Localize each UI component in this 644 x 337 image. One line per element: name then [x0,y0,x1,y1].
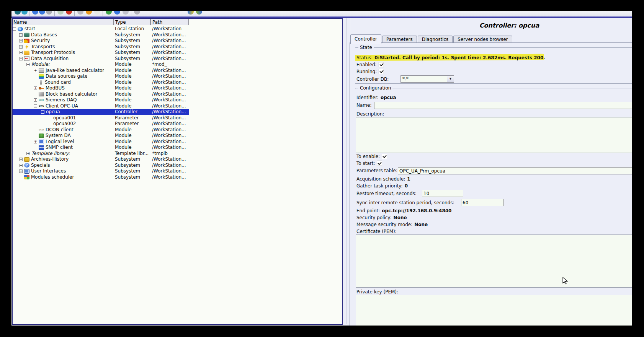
toolbar-icon[interactable] [15,11,21,15]
expand-minus-icon[interactable]: − [19,57,23,60]
toolbar-icon[interactable] [114,11,120,15]
tree-row-dcon-client[interactable]: DCONDCON clientModule/WorkStation... [13,127,189,133]
tree-row-opcua002[interactable]: opcua002Parameter/WorkStation... [13,121,189,127]
tree-row-modbus[interactable]: +ModBUSModule/WorkStation... [13,85,189,91]
tree-item-path: /WorkStation... [150,115,189,121]
expand-plus-icon[interactable]: + [19,51,23,54]
expand-plus-icon[interactable]: + [34,69,37,72]
tree-row-modules-scheduler[interactable]: Modules schedulerSubsystem/WorkStation..… [13,174,189,181]
to-enable-checkbox[interactable] [382,154,387,159]
tree-row-data-bases[interactable]: +Data BasesSubsystem/WorkStation... [13,32,189,38]
to-enable-row: To enable: [356,153,387,160]
tree-row-sound-card[interactable]: Sound cardModule/WorkStation... [13,80,189,86]
tree-item-label: Transports [31,44,55,50]
parameters-table-input[interactable] [398,167,632,174]
gate-icon [39,74,44,79]
restore-timeout-input[interactable] [422,190,463,197]
toolbar-icon[interactable] [188,11,194,15]
tree-row-transport-protocols[interactable]: +Transport ProtocolsSubsystem/WorkStatio… [13,50,189,56]
toolbar-icon[interactable] [106,11,112,15]
restore-timeout-row: Restore timeout, seconds: [356,190,418,197]
toolbar-icon[interactable] [86,11,92,15]
tree-item-path: /WorkStation... [150,97,189,103]
toolbar-icon[interactable] [46,11,52,15]
expand-plus-icon[interactable]: + [34,86,37,90]
expand-plus-icon[interactable]: + [34,98,37,102]
toolbar-icon[interactable] [94,11,100,15]
expand-plus-icon[interactable]: + [19,33,23,37]
column-header-type[interactable]: Type [113,19,150,25]
tree-item-type: Module [113,85,150,91]
tree-item-path: /WorkStation... [150,133,189,139]
tree-row-snmp-client[interactable]: SNMPSNMP clientModule/WorkStation... [13,145,189,151]
expand-plus-icon[interactable]: + [19,164,23,167]
name-input[interactable] [374,102,632,109]
tree-row-data-sources-gate[interactable]: Data sources gateModule/WorkStation... [13,73,189,80]
tree-row-opcua[interactable]: −opcuaController/WorkStation... [13,109,189,115]
toolbar-icon[interactable] [123,11,129,15]
controller-db-combobox[interactable]: *.* ▼ [400,75,454,83]
toolbar-icon[interactable] [77,11,83,15]
to-start-checkbox[interactable] [377,161,382,166]
toolbar-icon[interactable] [196,11,202,15]
sync-period-input[interactable] [461,199,504,206]
expand-plus-icon[interactable]: + [19,45,23,49]
certificate-textarea[interactable] [356,234,632,288]
tree-item-path: /WorkStation... [150,174,189,181]
tree-item-label: start [25,26,35,32]
message-security-mode-value: None [414,222,428,227]
tree-row-transports[interactable]: +TransportsSubsystem/WorkStation... [13,44,189,50]
toolbar-icon[interactable] [32,11,38,15]
expand-minus-icon[interactable]: − [34,104,37,108]
expand-plus-icon[interactable]: + [19,39,23,42]
running-checkbox[interactable] [379,69,384,74]
enabled-checkbox[interactable] [379,62,384,67]
tree-row-client-opc-ua[interactable]: −OPCClient OPC-UAModule/WorkStation... [13,103,189,109]
tree-item-path: /WorkStation... [150,38,189,44]
expand-plus-icon[interactable]: + [26,152,30,155]
tree-item-path: /WorkStation... [150,163,189,169]
chevron-down-icon[interactable]: ▼ [447,75,454,83]
tree-row-data-acquisition[interactable]: −Data AcquisitionSubsystem/WorkStation..… [13,56,189,62]
gather-task-priority-value: 0 [405,183,408,189]
tree-row-template-library[interactable]: +Template library:Template libr...*tmplb… [13,151,189,157]
toolbar-icon[interactable] [39,11,45,15]
expand-minus-icon[interactable]: − [41,110,44,114]
tree-row-user-interfaces[interactable]: +User InterfacesSubsystem/WorkStation... [13,168,189,174]
toolbar-icon[interactable] [134,11,140,15]
expand-plus-icon[interactable]: + [19,158,23,161]
tree-row-archives-history[interactable]: +Archives-HistorySubsystem/WorkStation..… [13,156,189,163]
tree-row-start[interactable]: −startLocal station/WorkStation [13,26,189,32]
tree-row-opcua001[interactable]: opcua001Parameter/WorkStation... [13,115,189,121]
toolbar-icon[interactable] [66,11,72,15]
tree-row-java-like-based-calculator[interactable]: +Java-like based calculatorModule/WorkSt… [13,68,189,74]
tree-item-label: Specials [31,163,50,169]
column-header-name[interactable]: Name [13,19,113,25]
mouse-cursor [562,277,569,285]
tree-item-path: /WorkStation... [150,80,189,86]
toolbar-icon[interactable] [21,11,28,15]
private-key-textarea[interactable] [356,295,632,326]
toolbar-icon[interactable] [57,11,64,15]
daq-icon [24,56,29,61]
tree-row-module[interactable]: −Module:Module*mod_ [13,62,189,68]
tree-row-logical-level[interactable]: +Logical levelModule/WorkStation... [13,139,189,145]
to-enable-label: To enable: [356,154,380,159]
expand-plus-icon[interactable]: + [34,140,37,143]
controller-db-value[interactable]: *.* [400,75,447,83]
tree-row-block-based-calculator[interactable]: Block based calculatorModule/WorkStation… [13,91,189,98]
column-header-path[interactable]: Path [150,19,189,25]
calc-icon [39,68,44,73]
description-textarea[interactable] [356,117,632,153]
expand-minus-icon[interactable]: − [13,27,16,31]
tree-row-specials[interactable]: +?SpecialsSubsystem/WorkStation... [13,163,189,169]
tree-row-security[interactable]: +SecuritySubsystem/WorkStation... [13,38,189,44]
expand-plus-icon[interactable]: + [19,169,23,173]
tree-item-label: Template library: [31,151,70,157]
identifier-value: opcua [381,95,396,100]
tree-row-system-da[interactable]: System DAModule/WorkStation... [13,133,189,139]
tree-item-path: /WorkStation... [150,73,189,80]
expand-minus-icon[interactable]: − [26,63,30,66]
tab-controller[interactable]: Controller [350,34,381,44]
tree-row-siemens-daq[interactable]: +SIEMENSSiemens DAQModule/WorkStation... [13,97,189,103]
